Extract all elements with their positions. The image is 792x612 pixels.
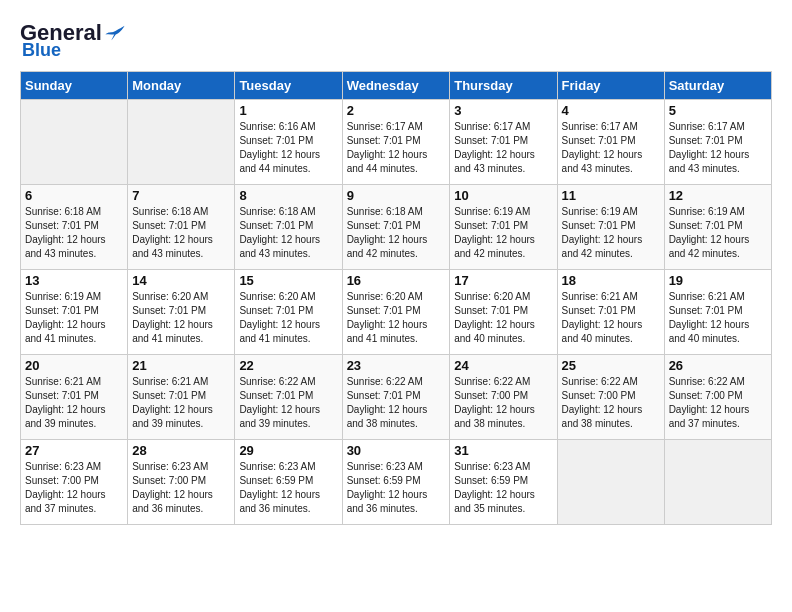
logo-blue-text: Blue: [22, 40, 61, 61]
day-number: 23: [347, 358, 446, 373]
calendar-header-row: SundayMondayTuesdayWednesdayThursdayFrid…: [21, 72, 772, 100]
weekday-header-tuesday: Tuesday: [235, 72, 342, 100]
weekday-header-monday: Monday: [128, 72, 235, 100]
day-number: 26: [669, 358, 767, 373]
day-number: 31: [454, 443, 552, 458]
day-info: Sunrise: 6:21 AMSunset: 7:01 PMDaylight:…: [669, 290, 767, 346]
weekday-header-thursday: Thursday: [450, 72, 557, 100]
calendar-cell: 29Sunrise: 6:23 AMSunset: 6:59 PMDayligh…: [235, 440, 342, 525]
calendar-cell: 5Sunrise: 6:17 AMSunset: 7:01 PMDaylight…: [664, 100, 771, 185]
day-number: 17: [454, 273, 552, 288]
calendar-cell: 1Sunrise: 6:16 AMSunset: 7:01 PMDaylight…: [235, 100, 342, 185]
calendar-cell: 28Sunrise: 6:23 AMSunset: 7:00 PMDayligh…: [128, 440, 235, 525]
day-number: 20: [25, 358, 123, 373]
day-info: Sunrise: 6:18 AMSunset: 7:01 PMDaylight:…: [347, 205, 446, 261]
day-info: Sunrise: 6:20 AMSunset: 7:01 PMDaylight:…: [132, 290, 230, 346]
calendar-table: SundayMondayTuesdayWednesdayThursdayFrid…: [20, 71, 772, 525]
day-number: 13: [25, 273, 123, 288]
day-number: 27: [25, 443, 123, 458]
week-row-1: 1Sunrise: 6:16 AMSunset: 7:01 PMDaylight…: [21, 100, 772, 185]
calendar-cell: [557, 440, 664, 525]
day-info: Sunrise: 6:23 AMSunset: 6:59 PMDaylight:…: [347, 460, 446, 516]
calendar-cell: 4Sunrise: 6:17 AMSunset: 7:01 PMDaylight…: [557, 100, 664, 185]
day-info: Sunrise: 6:23 AMSunset: 7:00 PMDaylight:…: [132, 460, 230, 516]
weekday-header-sunday: Sunday: [21, 72, 128, 100]
day-info: Sunrise: 6:23 AMSunset: 7:00 PMDaylight:…: [25, 460, 123, 516]
day-info: Sunrise: 6:22 AMSunset: 7:00 PMDaylight:…: [454, 375, 552, 431]
day-info: Sunrise: 6:16 AMSunset: 7:01 PMDaylight:…: [239, 120, 337, 176]
calendar-cell: 7Sunrise: 6:18 AMSunset: 7:01 PMDaylight…: [128, 185, 235, 270]
day-number: 5: [669, 103, 767, 118]
calendar-cell: 6Sunrise: 6:18 AMSunset: 7:01 PMDaylight…: [21, 185, 128, 270]
day-number: 9: [347, 188, 446, 203]
day-info: Sunrise: 6:23 AMSunset: 6:59 PMDaylight:…: [239, 460, 337, 516]
calendar-cell: 10Sunrise: 6:19 AMSunset: 7:01 PMDayligh…: [450, 185, 557, 270]
calendar-cell: 30Sunrise: 6:23 AMSunset: 6:59 PMDayligh…: [342, 440, 450, 525]
calendar-cell: 3Sunrise: 6:17 AMSunset: 7:01 PMDaylight…: [450, 100, 557, 185]
weekday-header-friday: Friday: [557, 72, 664, 100]
calendar-cell: 13Sunrise: 6:19 AMSunset: 7:01 PMDayligh…: [21, 270, 128, 355]
day-number: 28: [132, 443, 230, 458]
week-row-4: 20Sunrise: 6:21 AMSunset: 7:01 PMDayligh…: [21, 355, 772, 440]
day-info: Sunrise: 6:21 AMSunset: 7:01 PMDaylight:…: [562, 290, 660, 346]
day-number: 12: [669, 188, 767, 203]
day-number: 4: [562, 103, 660, 118]
calendar-cell: 26Sunrise: 6:22 AMSunset: 7:00 PMDayligh…: [664, 355, 771, 440]
day-info: Sunrise: 6:22 AMSunset: 7:00 PMDaylight:…: [562, 375, 660, 431]
day-number: 8: [239, 188, 337, 203]
day-info: Sunrise: 6:19 AMSunset: 7:01 PMDaylight:…: [25, 290, 123, 346]
day-info: Sunrise: 6:18 AMSunset: 7:01 PMDaylight:…: [25, 205, 123, 261]
day-info: Sunrise: 6:22 AMSunset: 7:01 PMDaylight:…: [347, 375, 446, 431]
calendar-cell: 15Sunrise: 6:20 AMSunset: 7:01 PMDayligh…: [235, 270, 342, 355]
calendar-cell: 23Sunrise: 6:22 AMSunset: 7:01 PMDayligh…: [342, 355, 450, 440]
day-info: Sunrise: 6:23 AMSunset: 6:59 PMDaylight:…: [454, 460, 552, 516]
calendar-cell: 25Sunrise: 6:22 AMSunset: 7:00 PMDayligh…: [557, 355, 664, 440]
day-number: 18: [562, 273, 660, 288]
day-info: Sunrise: 6:19 AMSunset: 7:01 PMDaylight:…: [562, 205, 660, 261]
day-number: 1: [239, 103, 337, 118]
calendar-cell: [664, 440, 771, 525]
day-number: 22: [239, 358, 337, 373]
day-info: Sunrise: 6:19 AMSunset: 7:01 PMDaylight:…: [669, 205, 767, 261]
day-number: 24: [454, 358, 552, 373]
day-info: Sunrise: 6:17 AMSunset: 7:01 PMDaylight:…: [669, 120, 767, 176]
day-number: 7: [132, 188, 230, 203]
day-number: 15: [239, 273, 337, 288]
calendar-cell: 17Sunrise: 6:20 AMSunset: 7:01 PMDayligh…: [450, 270, 557, 355]
calendar-cell: 2Sunrise: 6:17 AMSunset: 7:01 PMDaylight…: [342, 100, 450, 185]
calendar-cell: 31Sunrise: 6:23 AMSunset: 6:59 PMDayligh…: [450, 440, 557, 525]
calendar-cell: 11Sunrise: 6:19 AMSunset: 7:01 PMDayligh…: [557, 185, 664, 270]
day-info: Sunrise: 6:17 AMSunset: 7:01 PMDaylight:…: [562, 120, 660, 176]
week-row-2: 6Sunrise: 6:18 AMSunset: 7:01 PMDaylight…: [21, 185, 772, 270]
weekday-header-saturday: Saturday: [664, 72, 771, 100]
day-number: 19: [669, 273, 767, 288]
week-row-3: 13Sunrise: 6:19 AMSunset: 7:01 PMDayligh…: [21, 270, 772, 355]
day-info: Sunrise: 6:20 AMSunset: 7:01 PMDaylight:…: [454, 290, 552, 346]
logo-bird-icon: [104, 22, 126, 44]
day-info: Sunrise: 6:19 AMSunset: 7:01 PMDaylight:…: [454, 205, 552, 261]
calendar-cell: 16Sunrise: 6:20 AMSunset: 7:01 PMDayligh…: [342, 270, 450, 355]
day-info: Sunrise: 6:20 AMSunset: 7:01 PMDaylight:…: [239, 290, 337, 346]
calendar-cell: [128, 100, 235, 185]
day-number: 11: [562, 188, 660, 203]
page-header: General Blue: [20, 20, 772, 61]
calendar-cell: 27Sunrise: 6:23 AMSunset: 7:00 PMDayligh…: [21, 440, 128, 525]
calendar-cell: 22Sunrise: 6:22 AMSunset: 7:01 PMDayligh…: [235, 355, 342, 440]
day-number: 29: [239, 443, 337, 458]
calendar-cell: 12Sunrise: 6:19 AMSunset: 7:01 PMDayligh…: [664, 185, 771, 270]
day-info: Sunrise: 6:20 AMSunset: 7:01 PMDaylight:…: [347, 290, 446, 346]
day-info: Sunrise: 6:22 AMSunset: 7:01 PMDaylight:…: [239, 375, 337, 431]
calendar-cell: 24Sunrise: 6:22 AMSunset: 7:00 PMDayligh…: [450, 355, 557, 440]
day-info: Sunrise: 6:18 AMSunset: 7:01 PMDaylight:…: [132, 205, 230, 261]
calendar-cell: 8Sunrise: 6:18 AMSunset: 7:01 PMDaylight…: [235, 185, 342, 270]
calendar-cell: 9Sunrise: 6:18 AMSunset: 7:01 PMDaylight…: [342, 185, 450, 270]
day-number: 21: [132, 358, 230, 373]
day-number: 6: [25, 188, 123, 203]
day-info: Sunrise: 6:21 AMSunset: 7:01 PMDaylight:…: [25, 375, 123, 431]
week-row-5: 27Sunrise: 6:23 AMSunset: 7:00 PMDayligh…: [21, 440, 772, 525]
calendar-cell: 19Sunrise: 6:21 AMSunset: 7:01 PMDayligh…: [664, 270, 771, 355]
day-number: 16: [347, 273, 446, 288]
day-number: 25: [562, 358, 660, 373]
day-number: 14: [132, 273, 230, 288]
logo: General Blue: [20, 20, 126, 61]
